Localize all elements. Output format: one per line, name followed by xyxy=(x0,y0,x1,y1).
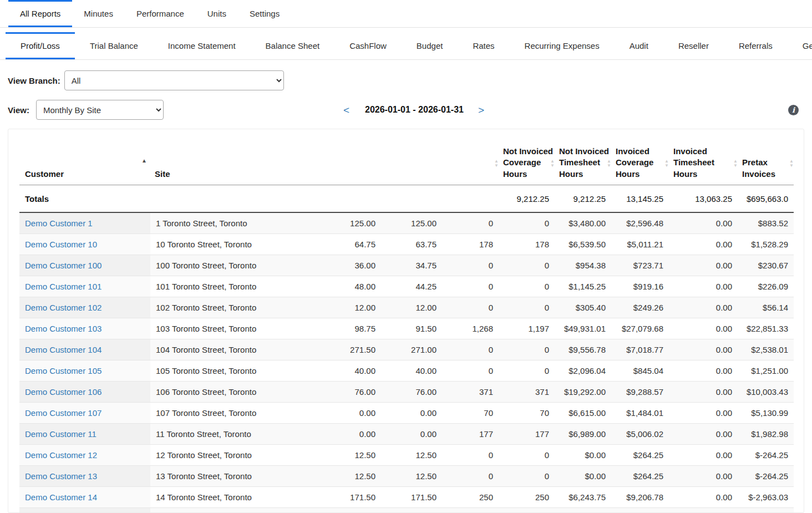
customer-cell: Demo Customer 105 xyxy=(19,360,150,381)
info-icon[interactable]: i xyxy=(788,105,799,115)
site-cell: 14 Toronto Street, Toronto xyxy=(150,486,319,507)
site-cell: 11 Toronto Street, Toronto xyxy=(150,423,319,444)
value-cell: 178 xyxy=(442,233,499,255)
value-cell: $24,264.67 xyxy=(611,507,669,513)
value-cell: 250 xyxy=(442,486,499,507)
value-cell: $9,206.78 xyxy=(611,486,669,507)
tab-recurring-expenses[interactable]: Recurring Expenses xyxy=(510,32,615,59)
value-cell: 178 xyxy=(499,233,555,255)
tab-balance-sheet[interactable]: Balance Sheet xyxy=(251,32,335,59)
site-cell: 107 Toronto Street, Toronto xyxy=(150,402,319,423)
tab-cashflow[interactable]: CashFlow xyxy=(334,32,402,59)
site-cell: 104 Toronto Street, Toronto xyxy=(150,339,319,360)
column-header-customer[interactable]: Customer▲ xyxy=(19,129,150,185)
table-row: Demo Customer 1111 Toronto Street, Toron… xyxy=(19,423,794,444)
previous-period-button[interactable]: < xyxy=(343,105,349,115)
tab-reseller[interactable]: Reseller xyxy=(663,32,724,59)
value-cell: 171.50 xyxy=(381,486,442,507)
view-select[interactable]: Monthly By Site xyxy=(36,100,164,120)
table-row: Demo Customer 107107 Toronto Street, Tor… xyxy=(19,402,794,423)
site-cell: 105 Toronto Street, Toronto xyxy=(150,360,319,381)
customer-cell: Demo Customer 11 xyxy=(19,423,150,444)
value-cell: $305.40 xyxy=(555,297,611,318)
value-cell: $3,480.00 xyxy=(555,212,611,233)
totals-site-cell xyxy=(150,185,319,212)
value-cell: 98.75 xyxy=(319,318,381,339)
customer-link[interactable]: Demo Customer 105 xyxy=(25,366,101,375)
value-cell: 0.00 xyxy=(669,318,738,339)
value-cell: 0 xyxy=(442,276,499,297)
value-cell: 63.75 xyxy=(381,233,442,255)
column-header-v2[interactable]: ▲▼ xyxy=(442,129,499,185)
value-cell: $6,989.00 xyxy=(555,423,611,444)
tab-audit[interactable]: Audit xyxy=(615,32,663,59)
tab-referrals[interactable]: Referrals xyxy=(724,32,788,59)
customer-link[interactable]: Demo Customer 13 xyxy=(25,471,97,481)
value-cell: 44.25 xyxy=(381,276,442,297)
customer-link[interactable]: Demo Customer 103 xyxy=(25,324,101,333)
tab-trial-balance[interactable]: Trial Balance xyxy=(75,32,153,59)
column-header-site: Site xyxy=(150,129,319,185)
value-cell: 40.00 xyxy=(381,360,442,381)
value-cell: 64.75 xyxy=(319,233,381,255)
column-header-invoiced-timesheet-hours[interactable]: Invoiced Timesheet Hours▲▼ xyxy=(669,129,738,185)
table-row: Demo Customer 104104 Toronto Street, Tor… xyxy=(19,339,794,360)
value-cell: 271.00 xyxy=(381,339,442,360)
customer-link[interactable]: Demo Customer 14 xyxy=(25,492,97,502)
column-header-not-invoiced-timesheet-hours[interactable]: Not Invoiced Timesheet Hours▲▼ xyxy=(555,129,611,185)
value-cell: $264.25 xyxy=(611,444,669,465)
value-cell: 0.00 xyxy=(381,402,442,423)
tab-settings[interactable]: Settings xyxy=(238,0,291,27)
column-header-not-invoiced-coverage-hours[interactable]: Not Invoiced Coverage Hours▲▼ xyxy=(499,129,555,185)
tab-budget[interactable]: Budget xyxy=(402,32,458,59)
table-row: Demo Customer 102102 Toronto Street, Tor… xyxy=(19,297,794,318)
value-cell: 0 xyxy=(442,507,499,513)
tab-performance[interactable]: Performance xyxy=(125,0,196,27)
customer-link[interactable]: Demo Customer 100 xyxy=(25,261,101,270)
customer-link[interactable]: Demo Customer 101 xyxy=(25,282,101,291)
value-cell: 0 xyxy=(499,212,555,233)
value-cell: $19,292.00 xyxy=(555,381,611,402)
customer-link[interactable]: Demo Customer 107 xyxy=(25,408,101,418)
tab-units[interactable]: Units xyxy=(196,0,238,27)
value-cell: 125.00 xyxy=(381,212,442,233)
value-cell: 177 xyxy=(442,423,499,444)
totals-value-cell xyxy=(319,185,381,212)
value-cell: 0 xyxy=(442,360,499,381)
customer-link[interactable]: Demo Customer 106 xyxy=(25,387,101,397)
tab-all-reports[interactable]: All Reports xyxy=(8,0,72,27)
tab-profit-loss[interactable]: Profit/Loss xyxy=(6,32,75,59)
value-cell: $2,596.48 xyxy=(611,212,669,233)
site-cell: 15 Toronto Street, Toronto xyxy=(150,507,319,513)
tab-minutes[interactable]: Minutes xyxy=(72,0,125,27)
value-cell: 271.50 xyxy=(319,339,381,360)
value-cell: 0 xyxy=(499,339,555,360)
customer-link[interactable]: Demo Customer 104 xyxy=(25,345,101,354)
customer-cell: Demo Customer 102 xyxy=(19,297,150,318)
tab-general[interactable]: General xyxy=(788,32,812,59)
customer-cell: Demo Customer 1 xyxy=(19,212,150,233)
customer-cell: Demo Customer 10 xyxy=(19,233,150,255)
value-cell: 0 xyxy=(442,444,499,465)
branch-select[interactable]: All xyxy=(64,70,284,90)
customer-cell: Demo Customer 107 xyxy=(19,402,150,423)
tab-rates[interactable]: Rates xyxy=(458,32,509,59)
customer-link[interactable]: Demo Customer 102 xyxy=(25,303,101,312)
value-cell: $27,483.64 xyxy=(555,507,611,513)
tab-income-statement[interactable]: Income Statement xyxy=(153,32,251,59)
value-cell: $10,003.43 xyxy=(738,381,794,402)
customer-link[interactable]: Demo Customer 11 xyxy=(25,429,97,439)
column-header-invoiced-coverage-hours[interactable]: Invoiced Coverage Hours▲▼ xyxy=(611,129,669,185)
value-cell: 371 xyxy=(499,381,555,402)
customer-link[interactable]: Demo Customer 12 xyxy=(25,450,97,460)
table-row: Demo Customer 103103 Toronto Street, Tor… xyxy=(19,318,794,339)
next-period-button[interactable]: > xyxy=(478,105,484,115)
customer-link[interactable]: Demo Customer 10 xyxy=(25,240,97,249)
value-cell: 171.50 xyxy=(319,486,381,507)
value-cell: 0.00 xyxy=(669,423,738,444)
value-cell: 0.00 xyxy=(669,212,738,233)
column-header-pretax-invoices[interactable]: Pretax Invoices▲▼ xyxy=(738,129,794,185)
value-cell: $2,096.04 xyxy=(555,360,611,381)
value-cell: 1,268 xyxy=(442,318,499,339)
customer-link[interactable]: Demo Customer 1 xyxy=(25,219,93,228)
